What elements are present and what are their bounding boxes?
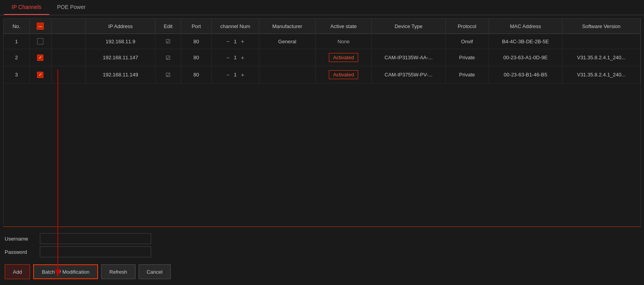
header-port: Port: [181, 19, 212, 34]
ip-channel-table-container: No. IP Address Edit Port channel Num Man…: [3, 18, 641, 227]
header-device: Device Type: [372, 19, 446, 34]
header-ip: IP Address: [86, 19, 155, 34]
row-3-checkbox-cell: [30, 66, 51, 83]
table-body: 1 192.168.11.9 ☑ 80 −: [4, 34, 640, 83]
tab-bar: IP Channels POE Power: [0, 0, 644, 15]
row-1-port: 80: [181, 34, 212, 49]
header-manufacturer: Manufacturer: [259, 19, 315, 34]
row-3-active: Activated: [316, 66, 372, 83]
ip-channel-table: No. IP Address Edit Port channel Num Man…: [4, 19, 640, 83]
row-2-active-badge: Activated: [329, 53, 358, 62]
bottom-form: Username Password: [0, 230, 644, 260]
row-1-active: None: [316, 34, 372, 49]
row-3-edit[interactable]: ☑: [155, 66, 181, 83]
main-content: No. IP Address Edit Port channel Num Man…: [0, 15, 644, 283]
row-3-channel: − 1 +: [211, 66, 259, 83]
row-1-checkbox[interactable]: [37, 38, 43, 44]
row-1-software: [562, 34, 640, 49]
row-1-manufacturer: General: [259, 34, 315, 49]
row-3-mac: 00-23-63-B1-46-B5: [489, 66, 562, 83]
row-2-active: Activated: [316, 49, 372, 66]
cancel-button[interactable]: Cancel: [139, 264, 171, 279]
row-3-checkbox[interactable]: [37, 72, 43, 78]
row-2-software: V31.35.8.2.4.1_240...: [562, 49, 640, 66]
buttons-row: Add Batch IP Modification Refresh Cancel: [0, 260, 644, 283]
password-row: Password: [5, 246, 639, 257]
row-1-checkbox-cell: [30, 34, 51, 49]
row-3-channel-plus[interactable]: +: [239, 71, 246, 78]
username-input[interactable]: [40, 233, 151, 244]
row-2-protocol: Private: [445, 49, 489, 66]
row-1-active-badge: None: [337, 39, 350, 44]
row-2-device: CAM-IP3135W-AA-...: [372, 49, 446, 66]
row-2-port: 80: [181, 49, 212, 66]
row-1-channel-minus[interactable]: −: [225, 38, 232, 45]
header-channel: channel Num: [211, 19, 259, 34]
row-1-device: [372, 34, 446, 49]
row-2-channel-value: 1: [234, 55, 237, 60]
header-protocol: Protocol: [445, 19, 489, 34]
row-3-active-badge: Activated: [329, 70, 358, 79]
row-1-protocol: Onvif: [445, 34, 489, 49]
row-3-port: 80: [181, 66, 212, 83]
row-2-mac: 00-23-63-A1-0D-9E: [489, 49, 562, 66]
row-2-no: 2: [4, 49, 30, 66]
row-1-channel: − 1 +: [211, 34, 259, 49]
row-1-channel-value: 1: [234, 39, 237, 44]
row-1-edit[interactable]: ☑: [155, 34, 181, 49]
tab-poe-power[interactable]: POE Power: [49, 0, 93, 15]
header-active: Active state: [316, 19, 372, 34]
add-button[interactable]: Add: [5, 264, 30, 279]
header-software: Software Version: [562, 19, 640, 34]
select-all-checkbox[interactable]: [37, 23, 44, 30]
password-input[interactable]: [40, 246, 151, 257]
header-no: No.: [4, 19, 30, 34]
table-row: 1 192.168.11.9 ☑ 80 −: [4, 34, 640, 49]
row-1-mac: B4-4C-3B-DE-2B-5E: [489, 34, 562, 49]
row-3-channel-value: 1: [234, 72, 237, 78]
row-3-device: CAM-IP3755W-PV-...: [372, 66, 446, 83]
row-2-manufacturer: [259, 49, 315, 66]
row-3-software: V31.35.8.2.4.1_240...: [562, 66, 640, 83]
password-label: Password: [5, 249, 36, 255]
row-1-empty: [51, 34, 86, 49]
tab-ip-channels[interactable]: IP Channels: [4, 0, 49, 15]
row-3-empty: [51, 66, 86, 83]
row-3-edit-icon[interactable]: ☑: [166, 72, 171, 78]
row-2-ip: 192.168.11.147: [86, 49, 155, 66]
batch-ip-modification-button[interactable]: Batch IP Modification: [33, 264, 98, 279]
username-row: Username: [5, 233, 639, 244]
row-3-channel-minus[interactable]: −: [225, 71, 232, 78]
header-edit: Edit: [155, 19, 181, 34]
header-empty: [51, 19, 86, 34]
table-row: 3 192.168.11.149 ☑ 80 −: [4, 66, 640, 83]
row-2-channel-minus[interactable]: −: [225, 54, 232, 61]
row-3-protocol: Private: [445, 66, 489, 83]
header-mac: MAC Address: [489, 19, 562, 34]
row-2-edit[interactable]: ☑: [155, 49, 181, 66]
row-3-no: 3: [4, 66, 30, 83]
row-2-empty: [51, 49, 86, 66]
refresh-button[interactable]: Refresh: [101, 264, 136, 279]
username-label: Username: [5, 236, 36, 242]
row-1-no: 1: [4, 34, 30, 49]
row-3-ip: 192.168.11.149: [86, 66, 155, 83]
row-2-edit-icon[interactable]: ☑: [166, 55, 171, 61]
header-check[interactable]: [30, 19, 51, 34]
table-row: 2 192.168.11.147 ☑ 80 −: [4, 49, 640, 66]
row-1-channel-plus[interactable]: +: [239, 38, 246, 45]
table-header-row: No. IP Address Edit Port channel Num Man…: [4, 19, 640, 34]
row-1-edit-icon[interactable]: ☑: [166, 38, 171, 44]
row-2-checkbox[interactable]: [37, 55, 43, 61]
row-3-manufacturer: [259, 66, 315, 83]
row-2-channel-plus[interactable]: +: [239, 54, 246, 61]
row-2-checkbox-cell: [30, 49, 51, 66]
row-1-ip: 192.168.11.9: [86, 34, 155, 49]
row-2-channel: − 1 +: [211, 49, 259, 66]
